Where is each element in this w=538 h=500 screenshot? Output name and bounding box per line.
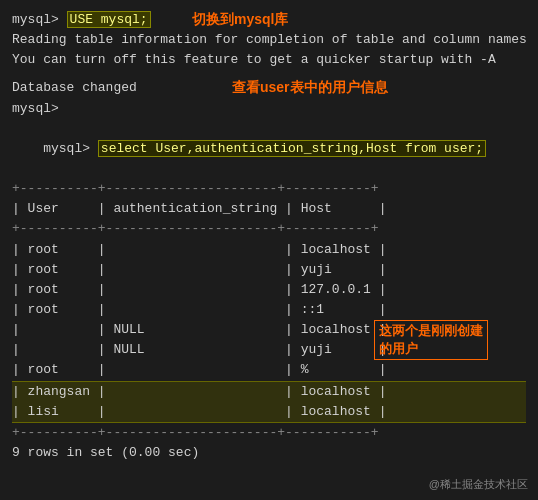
info-line-2: You can turn off this feature to get a q… (12, 50, 526, 70)
table-row-8: | zhangsan | | localhost | (12, 382, 526, 402)
terminal: mysql> USE mysql; 切换到mysql库 Reading tabl… (0, 0, 538, 500)
table-row-7: | root | | % | (12, 360, 526, 380)
cmd-use-mysql: USE mysql; (67, 11, 151, 28)
select-cmd: select User,authentication_string,Host f… (98, 140, 486, 157)
table-row-2: | root | | yuji | (12, 260, 526, 280)
table-row-1: | root | | localhost | (12, 240, 526, 260)
table-row-9: | lisi | | localhost | (12, 402, 526, 422)
table-header: | User | authentication_string | Host | (12, 199, 526, 219)
prompt-empty: mysql> (12, 99, 526, 119)
annotation-new-users: 这两个是刚刚创建的用户 (374, 320, 488, 360)
sep-1: +----------+----------------------+-----… (12, 179, 526, 199)
table-row-4: | root | | ::1 | (12, 300, 526, 320)
info-line-1: Reading table information for completion… (12, 30, 526, 50)
annotation-view-users: 查看user表中的用户信息 (232, 77, 388, 99)
table-row-3: | root | | 127.0.0.1 | (12, 280, 526, 300)
prompt-select: mysql> select User,authentication_string… (12, 119, 526, 179)
prompt-1: mysql> (12, 12, 67, 27)
sep-2: +----------+----------------------+-----… (12, 219, 526, 239)
annotation-switch-db: 切换到mysql库 (192, 9, 288, 31)
result-count: 9 rows in set (0.00 sec) (12, 443, 526, 463)
sep-3: +----------+----------------------+-----… (12, 423, 526, 443)
watermark: @稀土掘金技术社区 (429, 477, 528, 492)
